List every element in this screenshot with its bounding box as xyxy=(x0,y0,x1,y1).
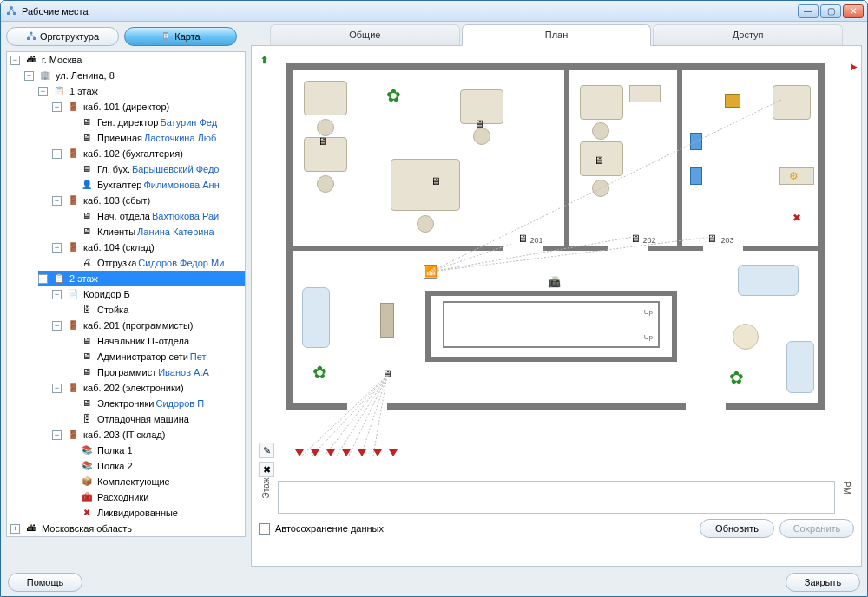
svg-point-3 xyxy=(30,32,32,35)
svg-rect-1 xyxy=(7,12,10,15)
window-title: Рабочие места xyxy=(22,6,798,16)
tree-leaf[interactable]: 🗄Отладочная машина xyxy=(66,411,245,427)
plan-canvas[interactable]: ⬆ ▶ xyxy=(251,46,862,567)
rack-icon[interactable] xyxy=(380,303,394,338)
tree-view[interactable]: −🏙г. Москва −🏢ул. Ленина, 8 −📋1 этаж xyxy=(6,51,246,537)
tab-plan[interactable]: План xyxy=(462,24,652,46)
map-label: Карта xyxy=(174,31,200,42)
window-controls: — ▢ ✕ xyxy=(798,4,864,18)
tree-leaf[interactable]: 🖥Электроники Сидоров П xyxy=(66,396,245,411)
svg-rect-9 xyxy=(164,36,166,38)
orgstructure-label: Оргструктура xyxy=(40,31,99,42)
tree-node-moscow[interactable]: −🏙г. Москва −🏢ул. Ленина, 8 −📋1 этаж xyxy=(10,52,245,521)
close-button[interactable]: Закрыть xyxy=(786,573,860,592)
floor-plan: 201 202 203 ✿ xyxy=(286,63,825,410)
tree-leaf[interactable]: 🗄Стойка xyxy=(66,302,245,318)
svg-rect-10 xyxy=(167,36,168,38)
tree-leaf[interactable]: 🧰Расходники xyxy=(66,489,245,505)
titlebar: Рабочие места — ▢ ✕ xyxy=(1,1,867,22)
tree-node-cab102[interactable]: −🚪каб. 102 (бухгалтерия) 🖥Гл. бух. Барыш… xyxy=(52,146,245,193)
right-pane: Общие План Доступ ⬆ ▶ xyxy=(251,22,862,567)
tree-leaf[interactable]: ✖Ликвидированные xyxy=(66,505,245,521)
tree-leaf[interactable]: 📚Полка 2 xyxy=(66,458,245,474)
box-icon[interactable] xyxy=(725,94,740,108)
timeline-box[interactable] xyxy=(278,481,835,514)
shelf-icon[interactable] xyxy=(690,167,702,185)
stairs: Up Up xyxy=(443,301,660,348)
tab-general[interactable]: Общие xyxy=(270,24,460,45)
tree-leaf[interactable]: 📦Комплектующие xyxy=(66,474,245,489)
svg-rect-7 xyxy=(164,34,166,36)
vlabel-floor: Этаж xyxy=(259,462,274,514)
autosave-checkbox[interactable] xyxy=(259,523,270,535)
room-label-201: 201 xyxy=(529,233,543,247)
save-button[interactable]: Сохранить xyxy=(779,519,854,538)
plant-icon: ✿ xyxy=(729,367,748,386)
room-label-203: 203 xyxy=(720,233,734,247)
tree-node-floor2[interactable]: −📋2 этаж −📄Коридор Б 🗄Стойка −🚪каб xyxy=(38,271,245,521)
room-label-202: 202 xyxy=(642,233,656,247)
delete-icon: ✖ xyxy=(790,211,804,225)
svg-rect-5 xyxy=(33,37,36,40)
help-button[interactable]: Помощь xyxy=(8,573,82,592)
tree-leaf[interactable]: 🖥Ген. директор Батурин Фед xyxy=(66,115,245,130)
plant-icon: ✿ xyxy=(312,362,332,381)
shelf-icon[interactable] xyxy=(690,133,702,150)
orgstructure-button[interactable]: Оргструктура xyxy=(6,27,119,46)
svg-rect-8 xyxy=(167,34,168,36)
tab-access[interactable]: Доступ xyxy=(653,24,843,45)
refresh-button[interactable]: Обновить xyxy=(700,519,774,538)
plan-bottom-panel: Этаж РМ xyxy=(259,462,854,514)
tabstrip: Общие План Доступ xyxy=(251,22,862,46)
tree-node-floor1[interactable]: −📋1 этаж −🚪каб. 101 (директор) 🖥Ген. дир… xyxy=(38,83,245,271)
tree-leaf[interactable]: 🖥Администратор сети Пет xyxy=(66,349,245,364)
camera-icon[interactable]: 📶 xyxy=(424,265,437,279)
close-window-button[interactable]: ✕ xyxy=(843,4,864,18)
map-button[interactable]: Карта xyxy=(124,27,237,46)
tree-leaf[interactable]: 🖥Гл. бух. Барышевский Федо xyxy=(66,161,245,177)
app-window: Рабочие места — ▢ ✕ Оргструктура Карта xyxy=(0,0,868,597)
right-arrow-icon[interactable]: ▶ xyxy=(851,62,858,71)
tree-leaf[interactable]: 👤Бухгалтер Филимонова Анн xyxy=(66,177,245,193)
tree-node-cab101[interactable]: −🚪каб. 101 (директор) 🖥Ген. директор Бат… xyxy=(52,99,245,146)
tool-edit-icon[interactable]: ✎ xyxy=(259,443,274,458)
tree-leaf[interactable]: 📚Полка 1 xyxy=(66,443,245,458)
app-icon xyxy=(4,4,18,18)
tree-node-cab103[interactable]: −🚪каб. 103 (сбыт) 🖥Нач. отдела Вахтюкова… xyxy=(52,193,245,239)
bottombar: Помощь Закрыть xyxy=(1,567,867,596)
autosave-label: Автосохранение данных xyxy=(275,523,384,534)
tree-leaf[interactable]: 🖥Начальник IT-отдела xyxy=(66,333,245,349)
svg-rect-4 xyxy=(27,37,30,40)
minimize-button[interactable]: — xyxy=(798,4,819,18)
tree-leaf[interactable]: 🖥Нач. отдела Вахтюкова Раи xyxy=(66,208,245,224)
tree-node-mosobl[interactable]: +🏙Московская область xyxy=(10,521,245,536)
tree-node-cab104[interactable]: −🚪каб. 104 (склад) 🖨Отгрузка Сидоров Фед… xyxy=(52,239,245,271)
marker-row xyxy=(295,449,398,456)
tree-node-cab203[interactable]: −🚪каб. 203 (IT склад) 📚Полка 1 📚Полка 2 … xyxy=(52,427,245,521)
plant-icon: ✿ xyxy=(386,85,405,104)
tree-leaf[interactable]: 🖥Программист Иванов А.А xyxy=(66,364,245,380)
svg-rect-6 xyxy=(163,32,168,41)
up-arrow-icon[interactable]: ⬆ xyxy=(260,55,268,66)
main-content: Оргструктура Карта −🏙г. Москва −🏢ул. Лен… xyxy=(1,22,867,567)
maximize-button[interactable]: ▢ xyxy=(820,4,841,18)
svg-point-0 xyxy=(10,6,13,10)
left-pane: Оргструктура Карта −🏙г. Москва −🏢ул. Лен… xyxy=(6,22,246,567)
tree-leaf[interactable]: 🖥Клиенты Ланина Катерина xyxy=(66,224,245,239)
svg-line-13 xyxy=(431,237,712,272)
tree-node-address[interactable]: −🏢ул. Ленина, 8 −📋1 этаж −🚪каб. 101 (дир… xyxy=(24,68,245,521)
vlabel-rm: РМ xyxy=(838,462,854,514)
gear-icon: ⚙ xyxy=(786,169,800,183)
tree-node-cab201[interactable]: −🚪каб. 201 (программисты) 🖥Начальник IT-… xyxy=(52,318,245,380)
tree-leaf[interactable]: 🖥Приемная Ласточкина Люб xyxy=(66,130,245,146)
tree-leaf[interactable]: 🖨Отгрузка Сидоров Федор Ми xyxy=(66,255,245,271)
svg-rect-2 xyxy=(13,12,16,15)
plan-footer: Автосохранение данных Обновить Сохранить xyxy=(259,517,854,540)
tree-node-corridor[interactable]: −📄Коридор Б 🗄Стойка xyxy=(52,286,245,318)
tree-node-cab202[interactable]: −🚪каб. 202 (электроники) 🖥Электроники Си… xyxy=(52,380,245,427)
